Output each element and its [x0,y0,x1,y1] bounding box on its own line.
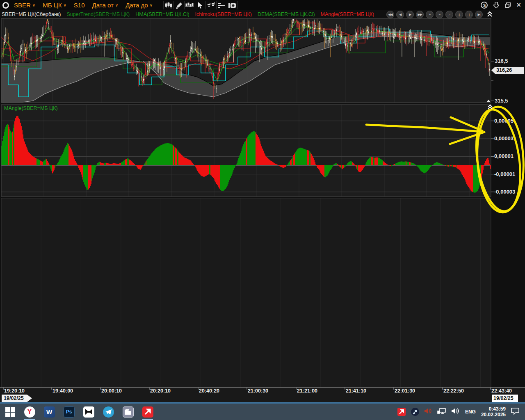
levels-icon[interactable] [217,1,227,9]
taskbar-apps: Y W Ps [0,404,158,420]
market-dropdown[interactable]: МБ ЦК∨ [43,2,66,9]
toolbar: SBER∨ МБ ЦК∨ S10 Дата от∨ Дата до∨ $ × [0,0,525,10]
pencil-icon[interactable] [174,1,185,9]
trade-app-icon[interactable] [138,404,158,420]
notifications-icon[interactable] [511,408,519,416]
zoom-area-button[interactable]: ⌕ [445,11,453,18]
compress-button[interactable]: →|← [455,11,463,18]
date-to-dropdown[interactable]: Дата до∨ [126,2,153,9]
steam-icon[interactable] [411,408,419,416]
download-icon[interactable] [493,2,499,8]
clock[interactable]: 0:43:5920.02.2025 [481,406,506,418]
expand-button[interactable]: ←|→ [465,11,473,18]
cursor-icon[interactable] [195,1,206,9]
chevron-down-icon: ∨ [32,3,35,7]
speaker-icon[interactable] [452,408,460,416]
step-forward-button[interactable]: ▶ [406,11,414,18]
yandex-browser-icon[interactable]: Y [20,404,39,420]
volume-legacy-icon[interactable] [425,408,432,416]
taskbar: Y W Ps ENG 0:43:5920.02.2025 [0,404,525,420]
last-bar-button[interactable]: ▶| [475,11,483,18]
fast-forward-button[interactable]: ▶▶ [416,11,424,18]
legend-item[interactable]: DEMA(SBER=МБ ЦК.Cl) [258,11,315,17]
legend-item[interactable]: MAngle(SBER=МБ ЦК) [321,11,374,17]
trade-app-tray-icon[interactable] [397,408,406,416]
zoom-in-button[interactable]: + [426,11,434,18]
fast-backward-button[interactable]: ◀◀ [386,11,394,18]
legend-item[interactable]: SuperTrend(SBER=МБ ЦК) [66,11,130,17]
photoshop-icon[interactable]: Ps [59,404,79,420]
capcut-icon[interactable] [79,404,98,420]
language-indicator[interactable]: ENG [465,409,476,415]
collapse-chart-icon[interactable] [487,11,492,19]
dollar-icon[interactable]: $ [481,2,488,9]
telegram-icon[interactable] [98,404,118,420]
date-from-dropdown[interactable]: Дата от∨ [92,2,119,9]
chevron-down-icon: ∨ [150,3,153,7]
trading-terminal-window: SBER∨ МБ ЦК∨ S10 Дата от∨ Дата до∨ $ × S… [0,0,525,420]
word-icon[interactable]: W [39,404,59,420]
restore-icon[interactable] [505,2,511,8]
chart-tool-icon[interactable] [185,1,195,9]
folder-app-icon[interactable] [118,404,138,420]
chevron-down-icon: ∨ [64,3,66,7]
step-backward-button[interactable]: ◀ [396,11,404,18]
chart-nav: ◀◀◀▶▶▶+−⌕→|←←|→▶| [386,11,483,18]
close-icon[interactable]: × [516,1,521,9]
chart-canvas[interactable] [0,0,525,404]
legend: SBER=МБ ЦК(Сбербанк)SuperTrend(SBER=МБ Ц… [2,10,374,18]
symbol-dropdown[interactable]: SBER∨ [14,2,35,9]
window-controls: $ × [481,1,523,9]
network-icon[interactable] [437,408,446,416]
app-logo-icon [2,2,9,9]
timeframe-button[interactable]: S10 [74,2,85,9]
legend-item[interactable]: SBER=МБ ЦК(Сбербанк) [2,11,61,17]
legend-item[interactable]: HMA(SBER=МБ ЦК.Cl) [135,11,189,17]
candles-icon[interactable] [163,1,174,9]
camera-icon[interactable] [227,1,238,9]
chart-tools [163,1,238,9]
collapse-panel-icon[interactable] [488,104,493,112]
legend-item[interactable]: Ichimoku(SBER=МБ ЦК) [195,11,252,17]
system-tray: ENG 0:43:5920.02.2025 [397,406,525,418]
zoom-out-button[interactable]: − [436,11,443,18]
pointer-icon[interactable] [206,1,217,9]
chevron-down-icon: ∨ [115,3,118,7]
start-button[interactable] [0,404,20,420]
